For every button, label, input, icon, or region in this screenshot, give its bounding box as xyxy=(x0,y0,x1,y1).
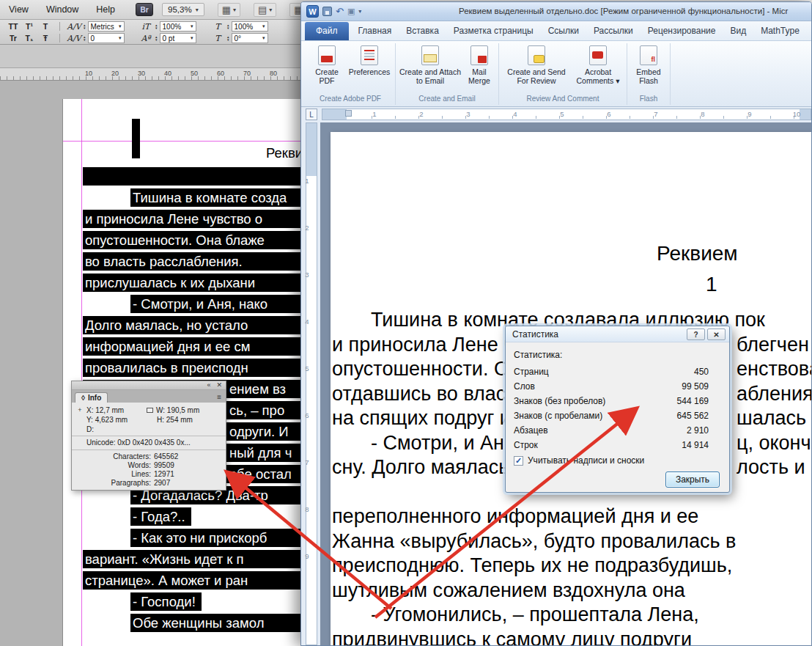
menu-item-help[interactable]: Help xyxy=(87,4,124,15)
spinner-icon[interactable]: ▴▾ xyxy=(155,35,158,41)
control-value[interactable]: Metrics▾ xyxy=(88,21,125,32)
ruler-number: 9 xyxy=(301,552,313,560)
statistics-row: Знаков (без пробелов)544 169 xyxy=(514,394,709,408)
word-text-line: придвинувшись к самому лицу подруги xyxy=(332,628,811,645)
mail-merge-button[interactable]: Mail Merge xyxy=(463,43,495,85)
control-value[interactable]: 0°▾ xyxy=(232,33,268,43)
acrobat-comments-button[interactable]: Acrobat Comments ▾ xyxy=(572,43,624,85)
tab-рецензирование[interactable]: Рецензирование xyxy=(641,22,723,40)
char-style-button-[interactable]: Ŧ xyxy=(38,34,53,43)
indent-marker[interactable] xyxy=(345,110,352,117)
ruler-number: 50 xyxy=(191,70,198,77)
tab-рассылки[interactable]: Рассылки xyxy=(586,22,641,40)
zoom-value: 95,3% xyxy=(168,5,192,14)
control-value[interactable]: 0▾ xyxy=(88,33,125,43)
tab-stop-selector[interactable]: L xyxy=(306,109,317,120)
tab-на[interactable]: На xyxy=(807,22,812,40)
merge-icon xyxy=(470,45,488,65)
tab-mathtype[interactable]: MathType xyxy=(753,22,807,40)
review-icon xyxy=(528,45,545,65)
ribbon-group-label: Flash xyxy=(630,93,667,105)
undo-icon[interactable]: ↶ xyxy=(336,7,344,16)
word-app-icon: W xyxy=(306,5,319,18)
spinner-icon[interactable]: ▴▾ xyxy=(155,23,158,29)
ribbon-group-label: Review And Comment xyxy=(502,93,624,105)
charpanel-control[interactable]: T▴▾100%▾ xyxy=(210,21,281,32)
char-style-button-t[interactable]: T¹ xyxy=(22,22,37,31)
chevron-down-icon: ▾ xyxy=(262,23,265,29)
doc-chapter-number: 1 xyxy=(706,273,717,296)
panel-menu-icon[interactable]: ≡ xyxy=(217,393,223,403)
info-panel-header: « ✕ xyxy=(72,381,226,390)
char-style-button-t[interactable]: T xyxy=(38,22,53,31)
char-style-button-tt[interactable]: TT xyxy=(6,22,21,31)
collapse-panel-icon[interactable]: « xyxy=(207,382,210,389)
tab-разметка-страницы[interactable]: Разметка страницы xyxy=(446,22,541,40)
vertical-ruler[interactable]: 123456789 xyxy=(301,122,320,645)
ruler-number: 6 xyxy=(607,110,610,118)
grid-icon: ▤ xyxy=(258,4,267,15)
ribbon-group-flash: Embed FlashFlash xyxy=(627,43,671,105)
include-footnotes-checkbox[interactable]: ✓ Учитывать надписи и сноски xyxy=(514,455,644,466)
ruler-number: 3 xyxy=(301,271,313,279)
create-pdf-button[interactable]: Create PDF xyxy=(309,43,345,85)
menu-item-view[interactable]: View xyxy=(0,4,37,15)
spinner-icon[interactable]: ▴▾ xyxy=(84,23,86,29)
menu-item-window[interactable]: Window xyxy=(37,4,87,15)
checkbox-label: Учитывать надписи и сноски xyxy=(528,455,644,466)
charpanel-control[interactable]: iT▴▾100%▾ xyxy=(139,21,209,32)
help-button[interactable]: ? xyxy=(687,328,705,340)
pdf-icon xyxy=(318,45,336,65)
ruler-number: 4 xyxy=(301,318,313,326)
info-unicode-value: Unicode: 0xD 0x420 0x435 0x... xyxy=(76,438,221,447)
info-w-value: W: 190,5 mm xyxy=(156,406,199,414)
embed-flash-button[interactable]: Embed Flash xyxy=(630,43,667,85)
control-value[interactable]: 100%▾ xyxy=(160,21,196,32)
control-value[interactable]: 0 pt▾ xyxy=(160,33,196,43)
close-dialog-button[interactable]: Закрыть xyxy=(665,471,720,488)
preferences-button[interactable]: Preferences xyxy=(347,43,392,76)
chevron-down-icon[interactable]: ▾ xyxy=(358,8,361,15)
create-and-attach-to-email-button[interactable]: Create and Attach to Email xyxy=(399,43,462,85)
tab-info[interactable]: ◊Info xyxy=(75,392,108,403)
tab-главная[interactable]: Главная xyxy=(351,22,399,40)
create-and-send-for-review-button[interactable]: Create and Send For Review xyxy=(502,43,571,85)
word-titlebar: W ↶ ▣ ▾ Реквием выделенный отдельно.doc … xyxy=(301,2,811,21)
control-value[interactable]: 100%▾ xyxy=(232,21,268,32)
screen-mode-button[interactable]: ▤▾ xyxy=(254,3,276,17)
spinner-icon[interactable]: ▴▾ xyxy=(84,35,86,41)
menu-items: ViewWindowHelp xyxy=(0,4,124,15)
statistics-row: Знаков (с пробелами)645 562 xyxy=(514,408,709,423)
statistics-row: Строк14 914 xyxy=(514,438,709,452)
word-text-line: переполненного информацией дня и ее xyxy=(332,504,811,528)
ruler-number: 5 xyxy=(560,110,564,118)
close-button[interactable]: ✕ xyxy=(707,328,726,340)
horizontal-ruler[interactable] xyxy=(322,109,811,120)
tab-вставка[interactable]: Вставка xyxy=(399,22,446,40)
charpanel-control[interactable]: A/V▴▾0▾ xyxy=(67,33,137,43)
ruler-number: 80 xyxy=(270,70,277,77)
paste-icon[interactable]: ▣ xyxy=(347,7,355,15)
view-options-button[interactable]: ▦▾ xyxy=(218,3,240,17)
char-style-button-t[interactable]: T₁ xyxy=(22,34,37,43)
chevron-down-icon: ▾ xyxy=(119,35,122,41)
chevron-down-icon: ▾ xyxy=(196,7,199,13)
charpanel-control[interactable]: T▴▾0°▾ xyxy=(210,33,281,43)
email-icon xyxy=(421,45,439,65)
dialog-titlebar[interactable]: Статистика ? ✕ xyxy=(506,326,729,342)
tab-файл[interactable]: Файл xyxy=(305,22,349,40)
charpanel-control[interactable]: A/V▴▾Metrics▾ xyxy=(67,21,137,32)
bridge-button[interactable]: Br xyxy=(136,3,153,16)
info-stat-row: Paragraphs:2907 xyxy=(76,479,221,488)
tab-вид[interactable]: Вид xyxy=(723,22,753,40)
control-label-icon: A/V xyxy=(67,22,81,32)
spinner-icon[interactable]: ▴▾ xyxy=(227,35,229,41)
save-icon[interactable] xyxy=(322,7,332,16)
spinner-icon[interactable]: ▴▾ xyxy=(227,23,229,29)
close-icon[interactable]: ✕ xyxy=(216,382,222,389)
vertical-ruler-strip xyxy=(306,122,317,645)
tab-ссылки[interactable]: Ссылки xyxy=(541,22,586,40)
zoom-control[interactable]: 95,3%▾ xyxy=(162,3,204,16)
char-style-button-tr[interactable]: Tr xyxy=(6,34,21,43)
charpanel-control[interactable]: Aª▴▾0 pt▾ xyxy=(139,33,209,43)
